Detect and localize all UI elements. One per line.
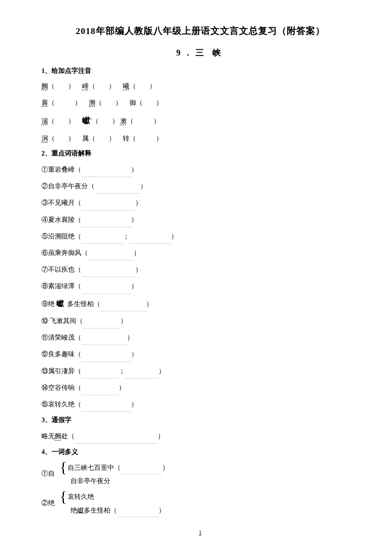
page-container: 2018年部编人教版八年级上册语文文言文总复习（附答案） 9．三 峡 1、给加点…: [41, 25, 359, 536]
blank-14: [81, 380, 119, 395]
vocab-13: ⑬属引凄异（ ； ）: [41, 364, 359, 379]
char-xiang: 襄（ ）: [41, 96, 81, 109]
blank-1: [81, 162, 131, 177]
page-number: 1: [41, 530, 359, 536]
char-tuan: 湍（ ）: [41, 114, 75, 128]
vocab-4: ④夏水襄陵（ ）: [41, 212, 359, 227]
vocab-15: ⑮哀转久绝（ ）: [41, 397, 359, 412]
bold-yan-9: 巘: [56, 299, 64, 308]
char-zhuan: 转（ ）: [123, 132, 163, 145]
char-shu-text: 漱: [120, 117, 127, 124]
vocab-10: ⑩ 飞漱其间（ ）: [41, 313, 359, 328]
tongjia-line: 略无阙处（ ）: [41, 429, 359, 444]
blank-jue-2: [117, 503, 158, 517]
blank-15: [81, 397, 131, 412]
blank-4: [81, 212, 131, 227]
section-4: 4、一词多义 ①自 { 自三峡七百里中（ ） 自非亭午夜分 ②绝 { 哀转久绝: [41, 448, 359, 517]
blank-5b: [129, 229, 171, 244]
char-zhang: 嶂（ ）: [82, 80, 115, 93]
char-jian: 涧（ ）: [41, 132, 75, 145]
blank-12: [81, 347, 131, 362]
blank-3: [81, 195, 135, 210]
char-xiang-text: 襄: [41, 99, 48, 106]
blank-tongjia: [75, 429, 158, 444]
vocab-11: ⑪清荣峻茂（ ）: [41, 330, 359, 345]
vocab-12: ⑫良多趣味（ ）: [41, 347, 359, 362]
char-shu2: 属（ ）: [82, 132, 115, 145]
blank-10: [83, 313, 120, 328]
blank-8: [81, 279, 131, 294]
blank-zi-1: [121, 461, 162, 474]
section-2: 2、重点词语解释 ①重岩叠嶂（ ） ②自非亭午夜分（ ） ③不见曦月（ ） ④夏…: [41, 149, 359, 412]
vocab-6: ⑥虽乘奔御风（ ）: [41, 245, 359, 260]
vocab-14: ⑭空谷传响（ ）: [41, 380, 359, 395]
section-3-heading: 3、通假字: [41, 416, 359, 425]
main-title: 2018年部编人教版八年级上册语文文言文总复习（附答案）: [41, 25, 359, 37]
vocab-1: ①重岩叠嶂（ ）: [41, 162, 359, 177]
char-xi-text: 曦: [123, 83, 129, 90]
blank-11: [81, 330, 127, 345]
pinyin-row-1: 阙（ ） 嶂（ ） 曦（ ）: [41, 80, 359, 93]
pinyin-row-4: 涧（ ） 属（ ） 转（ ）: [41, 132, 359, 145]
section-3: 3、通假字 略无阙处（ ）: [41, 416, 359, 444]
multi-meaning-2: ②绝 { 哀转久绝 绝巘多生怪柏（ ）: [41, 490, 359, 517]
blank-6: [88, 245, 134, 260]
section-1: 1、给加点字注音 阙（ ） 嶂（ ） 曦（ ） 襄（ ） 溯（ ） 御（ ）: [41, 67, 359, 145]
char-su: 溯（ ）: [89, 96, 122, 109]
char-zhang-text: 嶂: [82, 83, 89, 90]
blank-9: [100, 296, 146, 311]
char-yan-bold: 巘•（ ）: [82, 113, 119, 129]
pinyin-row-3: 湍（ ） 巘•（ ） 漱（ ）: [41, 113, 359, 129]
section-2-heading: 2、重点词语解释: [41, 149, 359, 158]
section-1-heading: 1、给加点字注音: [41, 67, 359, 75]
blank-2: [95, 179, 140, 194]
vocab-3: ③不见曦月（ ）: [41, 195, 359, 210]
char-que: 阙（ ）: [41, 80, 75, 93]
char-su-text: 溯: [89, 99, 95, 106]
multi-meaning-1: ①自 { 自三峡七百里中（ ） 自非亭午夜分: [41, 461, 359, 488]
vocab-8: ⑧素湍绿潭（ ）: [41, 279, 359, 294]
char-yu: 御（ ）: [129, 96, 163, 109]
brace-group-jue: { 哀转久绝 绝巘多生怪柏（ ）: [60, 490, 165, 517]
char-tuan-text: 湍: [41, 117, 48, 124]
blank-13a: [81, 364, 119, 379]
brace-group-zi: { 自三峡七百里中（ ） 自非亭午夜分: [60, 461, 169, 488]
char-que-text: 阙: [41, 83, 48, 90]
char-jian-text: 涧: [41, 135, 48, 142]
section-4-heading: 4、一词多义: [41, 448, 359, 457]
vocab-2: ②自非亭午夜分（ ）: [41, 179, 359, 194]
section-subtitle: 9．三 峡: [41, 47, 359, 58]
blank-5a: [81, 229, 123, 244]
char-xi: 曦（ ）: [123, 80, 156, 93]
vocab-5: ⑤沿溯阻绝（ ； ）: [41, 229, 359, 244]
vocab-7: ⑦不以疾也（ ）: [41, 262, 359, 277]
blank-13b: [125, 364, 158, 379]
char-shu: 漱（ ）: [120, 114, 160, 128]
pinyin-row-2: 襄（ ） 溯（ ） 御（ ）: [41, 96, 359, 109]
blank-7: [81, 262, 135, 277]
vocab-9: ⑨绝 巘 多生怪柏（ ）: [41, 296, 359, 312]
